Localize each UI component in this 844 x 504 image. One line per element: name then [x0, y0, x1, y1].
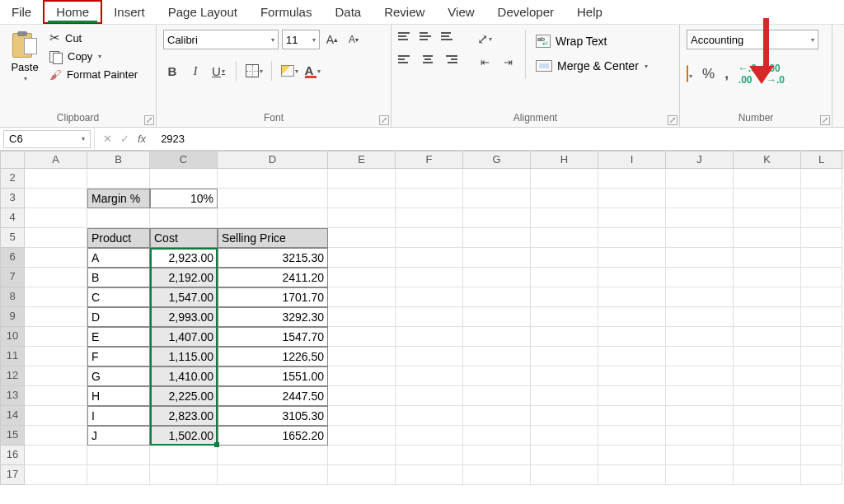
cell[interactable] — [328, 268, 396, 287]
accounting-format-button[interactable]: ▾ — [687, 66, 692, 82]
cell[interactable]: C — [87, 287, 150, 307]
fx-icon[interactable]: fx — [138, 133, 146, 145]
bold-button[interactable]: B — [163, 62, 181, 80]
cell[interactable] — [463, 268, 531, 287]
cell[interactable] — [396, 228, 463, 248]
cell[interactable] — [734, 287, 801, 307]
cell[interactable] — [598, 169, 666, 189]
cell[interactable] — [801, 169, 842, 189]
cell[interactable]: 1701.70 — [218, 287, 328, 307]
cell[interactable] — [531, 307, 598, 327]
row-header-2[interactable]: 2 — [0, 169, 25, 189]
cell[interactable]: 3215.30 — [218, 248, 328, 268]
cell[interactable] — [801, 426, 842, 446]
cell[interactable] — [666, 426, 734, 446]
cell[interactable] — [218, 208, 328, 228]
cell[interactable]: 2,192.00 — [150, 268, 218, 287]
tab-data[interactable]: Data — [323, 2, 373, 22]
cell[interactable]: I — [87, 406, 150, 426]
cell[interactable] — [328, 307, 396, 327]
col-header-A[interactable]: A — [25, 151, 87, 169]
cell[interactable] — [328, 189, 396, 208]
cell[interactable] — [531, 465, 598, 485]
dialog-launcher-icon[interactable]: ⤢ — [820, 115, 830, 125]
cell[interactable] — [463, 406, 531, 426]
cell[interactable] — [531, 169, 598, 189]
tab-help[interactable]: Help — [565, 2, 614, 22]
align-left-button[interactable] — [398, 53, 415, 66]
cell[interactable] — [666, 287, 734, 307]
cell[interactable] — [734, 228, 801, 248]
cell[interactable] — [598, 208, 666, 228]
cell[interactable] — [328, 228, 396, 248]
cell[interactable] — [734, 347, 801, 366]
cell[interactable] — [328, 169, 396, 189]
cell[interactable] — [801, 465, 842, 485]
cell[interactable]: 1,547.00 — [150, 287, 218, 307]
cell[interactable] — [734, 208, 801, 228]
cell[interactable] — [734, 189, 801, 208]
cell[interactable] — [598, 248, 666, 268]
cell[interactable] — [531, 386, 598, 406]
row-header-15[interactable]: 15 — [0, 426, 25, 446]
col-header-H[interactable]: H — [531, 151, 598, 169]
cell[interactable] — [328, 327, 396, 347]
cell[interactable] — [87, 446, 150, 465]
col-header-F[interactable]: F — [396, 151, 463, 169]
cell[interactable]: 1,115.00 — [150, 347, 218, 366]
cell[interactable]: 3292.30 — [218, 307, 328, 327]
cell[interactable] — [25, 248, 87, 268]
cell[interactable] — [396, 386, 463, 406]
cell[interactable]: 2447.50 — [218, 386, 328, 406]
cell[interactable] — [25, 465, 87, 485]
font-color-button[interactable]: A▾ — [303, 62, 321, 80]
cell[interactable]: 1226.50 — [218, 347, 328, 366]
row-header-9[interactable]: 9 — [0, 307, 25, 327]
tab-review[interactable]: Review — [373, 2, 436, 22]
cell[interactable] — [218, 189, 328, 208]
cell[interactable] — [801, 208, 842, 228]
col-header-B[interactable]: B — [87, 151, 150, 169]
tab-view[interactable]: View — [436, 2, 485, 22]
cell[interactable] — [666, 169, 734, 189]
cell[interactable] — [25, 446, 87, 465]
cell[interactable] — [531, 327, 598, 347]
tab-home[interactable]: Home — [43, 0, 102, 24]
row-header-8[interactable]: 8 — [0, 287, 25, 307]
cell[interactable] — [396, 426, 463, 446]
cell[interactable] — [598, 386, 666, 406]
cell[interactable] — [801, 189, 842, 208]
cell[interactable] — [396, 446, 463, 465]
cancel-icon[interactable]: ✕ — [103, 133, 112, 145]
row-header-3[interactable]: 3 — [0, 189, 25, 208]
cell[interactable] — [396, 465, 463, 485]
cell[interactable] — [25, 208, 87, 228]
cell[interactable] — [734, 169, 801, 189]
cell[interactable] — [598, 406, 666, 426]
cell[interactable] — [734, 248, 801, 268]
cell[interactable] — [531, 287, 598, 307]
cell[interactable] — [396, 307, 463, 327]
cell[interactable]: 1652.20 — [218, 426, 328, 446]
increase-font-button[interactable]: A▴ — [323, 30, 341, 49]
cell[interactable] — [598, 327, 666, 347]
cell[interactable]: 1547.70 — [218, 327, 328, 347]
cell[interactable] — [463, 446, 531, 465]
cell[interactable]: Cost — [150, 228, 218, 248]
cell[interactable] — [801, 268, 842, 287]
col-header-G[interactable]: G — [463, 151, 531, 169]
row-header-17[interactable]: 17 — [0, 465, 25, 485]
cell[interactable] — [734, 406, 801, 426]
paste-button[interactable]: Paste ▾ — [7, 30, 43, 82]
cell[interactable] — [734, 465, 801, 485]
cell[interactable]: Product — [87, 228, 150, 248]
cell[interactable] — [87, 465, 150, 485]
cell[interactable] — [463, 426, 531, 446]
name-box[interactable]: C6 ▾ — [3, 130, 91, 148]
cell[interactable] — [801, 307, 842, 327]
cell[interactable] — [531, 228, 598, 248]
cell[interactable]: 2,923.00 — [150, 248, 218, 268]
cell[interactable] — [87, 169, 150, 189]
select-all-corner[interactable] — [0, 151, 25, 169]
cell[interactable] — [531, 366, 598, 386]
